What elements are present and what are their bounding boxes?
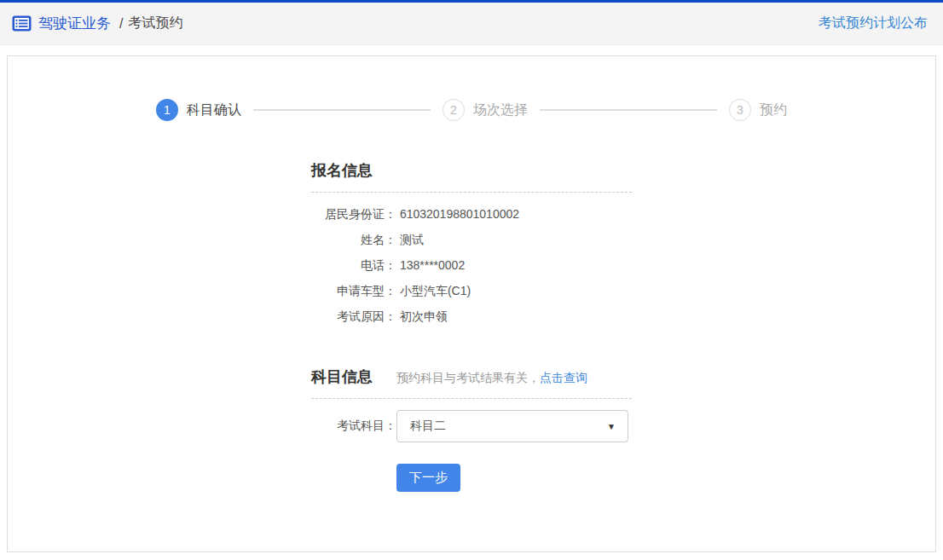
field-row-phone: 电话： 138****0002 (311, 252, 632, 278)
caret-down-icon: ▼ (607, 422, 616, 431)
registration-section-header: 报名信息 (311, 160, 632, 193)
field-row-id-card: 居民身份证： 610320198801010002 (311, 201, 632, 227)
query-result-link[interactable]: 点击查询 (540, 371, 587, 384)
top-bar: 驾驶证业务 / 考试预约 考试预约计划公布 (0, 0, 943, 45)
step-connector (540, 109, 717, 111)
step-2-label: 场次选择 (473, 101, 528, 119)
step-subject-confirm: 1 科目确认 (156, 99, 241, 121)
main-panel: 1 科目确认 2 场次选择 3 预约 报名信息 居民身份证： 610320198… (7, 55, 936, 552)
field-row-exam-reason: 考试原因： 初次申领 (311, 303, 632, 329)
exam-subject-select[interactable]: 科目二 ▼ (396, 410, 628, 442)
breadcrumb: 驾驶证业务 / 考试预约 (12, 14, 182, 33)
field-label: 姓名： (311, 227, 396, 252)
registration-fields: 居民身份证： 610320198801010002 姓名： 测试 电话： 138… (311, 201, 632, 329)
step-1-label: 科目确认 (187, 101, 241, 119)
list-icon (12, 15, 32, 32)
breadcrumb-separator: / (119, 16, 123, 32)
next-step-button[interactable]: 下一步 (396, 464, 460, 492)
breadcrumb-root[interactable]: 驾驶证业务 (38, 14, 111, 33)
field-value: 138****0002 (400, 258, 465, 272)
registration-section-title: 报名信息 (311, 160, 373, 181)
step-2-circle: 2 (443, 99, 465, 121)
exam-subject-label: 考试科目： (311, 419, 396, 434)
field-label: 居民身份证： (311, 201, 396, 227)
step-1-circle: 1 (156, 99, 178, 121)
subject-note-text: 预约科目与考试结果有关， (396, 371, 540, 384)
subject-section-title: 科目信息 (311, 367, 373, 387)
field-value: 小型汽车(C1) (400, 284, 471, 297)
exam-plan-link[interactable]: 考试预约计划公布 (819, 14, 928, 32)
field-value: 测试 (400, 233, 424, 246)
step-connector (253, 109, 431, 111)
field-label: 电话： (311, 252, 396, 278)
selected-option: 科目二 (410, 419, 446, 434)
field-row-name: 姓名： 测试 (311, 227, 632, 252)
exam-subject-row: 考试科目： 科目二 ▼ (311, 410, 632, 442)
step-session-select: 2 场次选择 (443, 99, 528, 121)
field-row-vehicle-type: 申请车型： 小型汽车(C1) (311, 278, 632, 303)
step-3-label: 预约 (760, 101, 787, 119)
subject-section-header: 科目信息 预约科目与考试结果有关，点击查询 (311, 367, 632, 399)
field-label: 申请车型： (311, 278, 396, 303)
page-title: 考试预约 (128, 14, 182, 32)
subject-note: 预约科目与考试结果有关，点击查询 (396, 371, 587, 386)
registration-info-section: 报名信息 居民身份证： 610320198801010002 姓名： 测试 电话… (311, 160, 632, 329)
field-value: 610320198801010002 (400, 207, 519, 221)
stepper: 1 科目确认 2 场次选择 3 预约 (8, 99, 935, 121)
step-appointment: 3 预约 (729, 99, 787, 121)
field-label: 考试原因： (311, 303, 396, 329)
subject-info-section: 科目信息 预约科目与考试结果有关，点击查询 考试科目： 科目二 ▼ 下一步 (311, 367, 632, 492)
step-3-circle: 3 (729, 99, 751, 121)
field-value: 初次申领 (400, 309, 448, 323)
